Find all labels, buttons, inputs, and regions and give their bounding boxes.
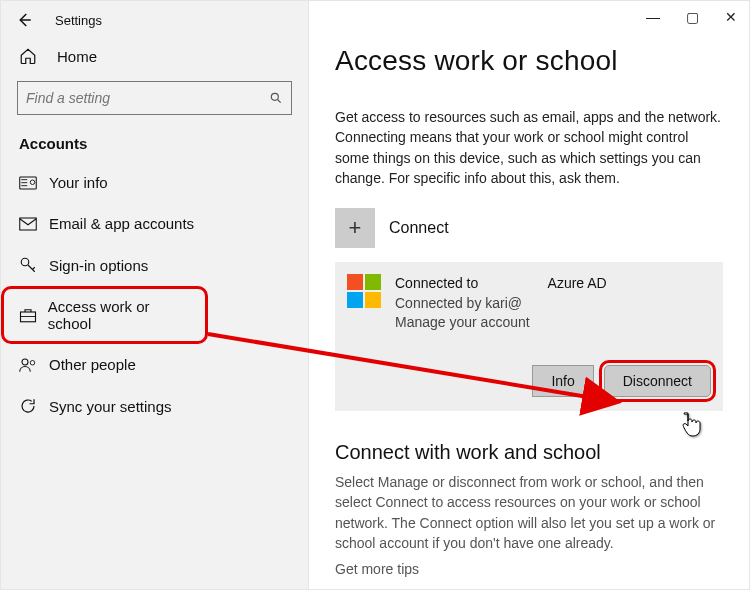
account-text: Connected to Azure AD Connected by kari@… bbox=[395, 274, 607, 333]
svg-point-7 bbox=[21, 258, 29, 266]
briefcase-icon bbox=[19, 307, 42, 323]
id-card-icon bbox=[19, 176, 43, 190]
microsoft-logo-icon bbox=[347, 274, 381, 308]
sidebar-item-label: Sign-in options bbox=[49, 257, 148, 274]
titlebar-label: Settings bbox=[55, 13, 102, 28]
connect-button[interactable]: + Connect bbox=[335, 208, 723, 248]
close-button[interactable]: ✕ bbox=[725, 9, 737, 25]
search-box[interactable] bbox=[17, 81, 292, 115]
sidebar-item-sync[interactable]: Sync your settings bbox=[1, 385, 308, 427]
intro-text: Get access to resources such as email, a… bbox=[309, 81, 749, 188]
connected-by: Connected by kari@ bbox=[395, 294, 607, 314]
sidebar-item-other-people[interactable]: Other people bbox=[1, 344, 308, 385]
sidebar-item-your-info[interactable]: Your info bbox=[1, 162, 308, 203]
search-icon bbox=[269, 91, 283, 105]
sidebar-item-email[interactable]: Email & app accounts bbox=[1, 203, 308, 244]
svg-rect-3 bbox=[21, 182, 27, 183]
connected-to-suffix: Azure AD bbox=[548, 275, 607, 291]
content: — ▢ ✕ Access work or school Get access t… bbox=[309, 1, 749, 589]
manage-account: Manage your account bbox=[395, 313, 607, 333]
key-icon bbox=[19, 256, 43, 274]
svg-point-10 bbox=[30, 360, 35, 365]
sidebar-item-label: Access work or school bbox=[48, 298, 190, 332]
svg-rect-2 bbox=[21, 179, 27, 180]
sync-icon bbox=[19, 397, 43, 415]
connect-label: Connect bbox=[389, 219, 449, 237]
search-input[interactable] bbox=[26, 90, 269, 106]
titlebar: Settings bbox=[1, 1, 308, 37]
get-more-tips-link[interactable]: Get more tips bbox=[309, 553, 749, 577]
sidebar-item-label: Email & app accounts bbox=[49, 215, 194, 232]
svg-rect-6 bbox=[20, 218, 37, 230]
sidebar-item-label: Your info bbox=[49, 174, 108, 191]
sidebar-item-access-work-school[interactable]: Access work or school bbox=[1, 286, 208, 344]
section-header: Accounts bbox=[1, 127, 308, 162]
sidebar-item-label: Sync your settings bbox=[49, 398, 172, 415]
home-label: Home bbox=[57, 48, 97, 65]
section2-body: Select Manage or disconnect from work or… bbox=[309, 464, 749, 553]
sidebar-item-signin[interactable]: Sign-in options bbox=[1, 244, 308, 286]
svg-point-5 bbox=[30, 180, 35, 185]
plus-icon: + bbox=[335, 208, 375, 248]
maximize-button[interactable]: ▢ bbox=[686, 9, 699, 25]
sidebar: Settings Home Accounts Your info bbox=[1, 1, 309, 589]
svg-point-9 bbox=[22, 359, 28, 365]
window-buttons: — ▢ ✕ bbox=[646, 9, 737, 25]
info-button[interactable]: Info bbox=[532, 365, 593, 397]
home-icon bbox=[19, 47, 37, 65]
svg-rect-4 bbox=[21, 185, 27, 186]
mail-icon bbox=[19, 217, 43, 231]
home-nav[interactable]: Home bbox=[1, 37, 308, 75]
people-icon bbox=[19, 357, 43, 373]
svg-point-0 bbox=[271, 93, 278, 100]
sidebar-item-label: Other people bbox=[49, 356, 136, 373]
section2-title: Connect with work and school bbox=[309, 411, 749, 464]
back-button[interactable] bbox=[15, 11, 33, 29]
connected-to-prefix: Connected to bbox=[395, 275, 478, 291]
disconnect-button[interactable]: Disconnect bbox=[604, 365, 711, 397]
minimize-button[interactable]: — bbox=[646, 9, 660, 25]
account-card[interactable]: Connected to Azure AD Connected by kari@… bbox=[335, 262, 723, 411]
